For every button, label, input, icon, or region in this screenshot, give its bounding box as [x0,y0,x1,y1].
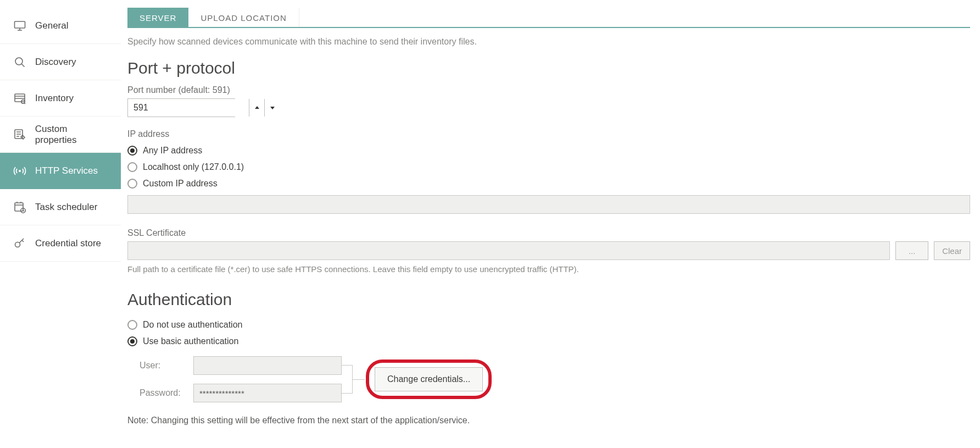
radio-auth-basic[interactable] [127,336,137,346]
radio-ip-custom[interactable] [127,179,137,189]
sidebar-item-inventory[interactable]: Inventory [0,80,121,117]
ssl-path-input [127,241,890,260]
auth-note: Note: Changing this setting will be effe… [127,416,970,425]
sidebar: General Discovery Inventory Custom prope… [0,0,121,431]
svg-rect-0 [15,21,25,28]
tab-server[interactable]: SERVER [127,8,188,27]
ssl-browse-button[interactable]: ... [895,241,928,260]
custom-ip-input [127,195,970,214]
password-input [193,384,342,402]
port-label: Port number (default: 591) [127,85,970,95]
section-heading-port: Port + protocol [127,59,970,78]
ssl-clear-button[interactable]: Clear [934,241,970,260]
password-label: Password: [127,388,193,398]
sidebar-item-label: Custom properties [35,124,111,146]
sidebar-item-general[interactable]: General [0,8,121,44]
spinner-down-button[interactable] [264,99,280,117]
radio-label: Custom IP address [143,179,218,189]
tabs: SERVER UPLOAD LOCATION [127,8,970,28]
radio-label: Do not use authentication [143,320,242,330]
ssl-label: SSL Certificate [127,228,970,238]
auth-radio-group: Do not use authentication Use basic auth… [127,317,970,350]
svg-point-5 [19,170,21,172]
broadcast-icon [12,163,27,179]
tab-upload-location[interactable]: UPLOAD LOCATION [188,8,299,27]
sidebar-item-credential-store[interactable]: Credential store [0,225,121,262]
user-label: User: [127,361,193,370]
monitor-icon [12,18,27,34]
sidebar-item-task-scheduler[interactable]: Task scheduler [0,189,121,225]
highlight-ring: Change credentials... [366,359,492,399]
change-credentials-button[interactable]: Change credentials... [375,367,483,391]
port-input[interactable] [128,99,249,117]
radio-ip-localhost[interactable] [127,162,137,172]
radio-auth-none[interactable] [127,320,137,330]
ip-label: IP address [127,129,970,139]
inventory-icon [12,91,27,106]
calendar-clock-icon [12,200,27,215]
ssl-hint: Full path to a certificate file (*.cer) … [127,264,970,274]
key-icon [12,236,27,251]
user-input [193,356,342,375]
port-spinner [127,98,235,117]
radio-label: Localhost only (127.0.0.1) [143,162,244,172]
bracket-decoration [342,356,366,402]
sidebar-item-label: HTTP Services [35,165,98,176]
spinner-up-button[interactable] [249,99,264,117]
radio-label: Use basic authentication [143,336,238,346]
sidebar-item-label: Inventory [35,93,74,104]
sidebar-item-label: Discovery [35,57,76,68]
main-content: SERVER UPLOAD LOCATION Specify how scann… [121,0,980,431]
sidebar-item-label: Credential store [35,238,101,249]
radio-label: Any IP address [143,146,202,156]
radio-ip-any[interactable] [127,146,137,156]
search-icon [12,54,27,70]
svg-rect-6 [15,203,23,211]
sidebar-item-label: Task scheduler [35,202,97,213]
properties-icon [12,127,27,142]
sidebar-item-discovery[interactable]: Discovery [0,44,121,80]
page-description: Specify how scanned devices communicate … [127,37,970,47]
sidebar-item-custom-properties[interactable]: Custom properties [0,117,121,153]
svg-rect-2 [15,94,25,102]
ip-radio-group: Any IP address Localhost only (127.0.0.1… [127,142,970,192]
section-heading-auth: Authentication [127,290,970,309]
sidebar-item-http-services[interactable]: HTTP Services [0,153,121,189]
sidebar-item-label: General [35,20,68,31]
svg-point-1 [15,58,23,65]
